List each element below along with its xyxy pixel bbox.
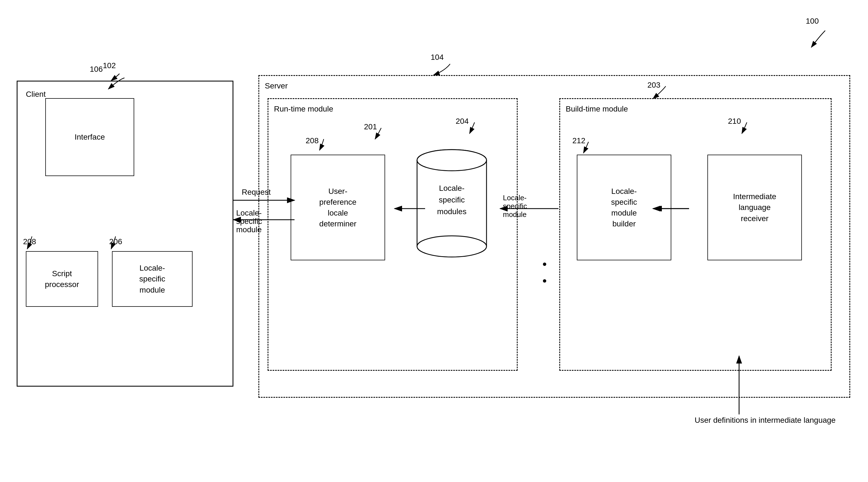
ref-201: 201: [364, 122, 377, 131]
locale-specific-module-client-box: Locale- specific module: [112, 251, 192, 307]
diagram: 100 104 102 Client 106 Interface 208 Scr…: [0, 0, 868, 482]
ref-212: 212: [572, 136, 585, 145]
interface-box: Interface: [45, 98, 134, 176]
script-processor-label: Script processor: [45, 268, 79, 290]
server-label: Server: [265, 82, 287, 90]
runtime-module-box: Run-time module User- preference locale …: [268, 98, 518, 371]
locale-specific-module-builder-box: Locale- specific module builder: [577, 154, 671, 260]
locale-specific-modules-label: Locale- specific modules: [416, 182, 488, 218]
client-box: Client 106 Interface 208 Script processo…: [17, 81, 234, 387]
server-box: Server Run-time module User- preference …: [258, 75, 850, 398]
build-time-module-label: Build-time module: [566, 105, 628, 113]
ref-204: 204: [456, 117, 469, 126]
script-processor-box: Script processor: [26, 251, 98, 307]
svg-point-4: [417, 236, 487, 257]
ref-203: 203: [647, 81, 660, 90]
ref-208-client: 208: [23, 237, 36, 246]
locale-specific-modules-container: Locale- specific modules: [416, 149, 488, 266]
ref-106: 106: [90, 65, 103, 74]
user-preference-locale-determiner-box: User- preference locale determiner: [291, 154, 385, 260]
ref-100: 100: [806, 17, 819, 26]
client-label: Client: [26, 90, 46, 99]
buildtime-module-box: Build-time module Locale- specific modul…: [559, 98, 832, 371]
interface-label: Interface: [75, 132, 105, 142]
svg-point-5: [417, 150, 487, 171]
ref-102: 102: [103, 61, 116, 70]
intermediate-language-receiver-label: Intermediate language receiver: [733, 191, 776, 224]
ref-210: 210: [728, 117, 741, 126]
ref-208-server-label: 208: [306, 136, 319, 145]
intermediate-language-receiver-box: Intermediate language receiver: [707, 154, 802, 260]
ref-206: 206: [109, 237, 122, 246]
run-time-module-label: Run-time module: [274, 105, 333, 113]
user-definitions-label: User definitions in intermediate languag…: [694, 415, 836, 426]
locale-specific-module-client-label: Locale- specific module: [139, 262, 165, 295]
ref-104: 104: [431, 53, 444, 62]
locale-specific-module-builder-label: Locale- specific module builder: [611, 186, 637, 229]
user-preference-locale-determiner-label: User- preference locale determiner: [319, 186, 356, 229]
svg-text:module: module: [236, 225, 262, 234]
svg-text:Locale-: Locale-: [236, 208, 262, 217]
